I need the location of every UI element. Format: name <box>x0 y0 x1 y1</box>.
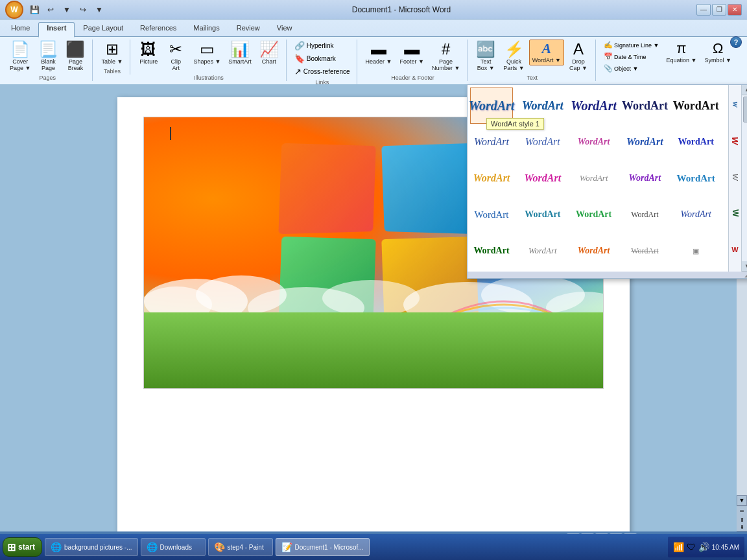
wordart-style-17[interactable]: WordArt <box>521 196 564 233</box>
wordart-style-18[interactable]: WordArt <box>573 196 615 233</box>
wordart-style-5[interactable]: WordArt <box>674 88 717 124</box>
wordart-style-6[interactable]: WordArt <box>470 124 513 160</box>
title-bar-left: W 💾 ↩ ▼ ↪ ▼ <box>5 1 106 19</box>
wordart-style-15[interactable]: WordArt <box>674 160 717 196</box>
save-button[interactable]: 💾 <box>27 3 42 16</box>
taskbar-downloads[interactable]: 🌐 Downloads <box>141 538 206 556</box>
wordart-dropdown: WordArt WordArt WordArt WordArt WordArt … <box>467 84 747 279</box>
ribbon: Home Insert Page Layout References Maili… <box>0 19 747 88</box>
wordart-style-13[interactable]: WordArt <box>573 160 615 196</box>
wordart-style-22[interactable]: WordArt <box>521 233 564 269</box>
wordart-style-24[interactable]: WordArt <box>623 233 666 269</box>
header-footer-items: ▬ Header ▼ ▬ Footer ▼ # PageNumber ▼ <box>362 40 464 73</box>
tab-references[interactable]: References <box>132 22 185 36</box>
wordart-style-9[interactable]: WordArt <box>623 124 666 160</box>
vert-style-4[interactable]: W <box>729 195 741 231</box>
page-number-icon: # <box>442 41 450 57</box>
wordart-style-20[interactable]: WordArt <box>674 196 717 233</box>
group-text: 🔤 TextBox ▼ ⚡ QuickParts ▼ A WordArt ▼ A… <box>469 40 596 81</box>
shapes-button[interactable]: ▭ Shapes ▼ <box>190 40 224 67</box>
wordart-style-1[interactable]: WordArt <box>470 88 513 124</box>
tab-mailings[interactable]: Mailings <box>185 22 228 36</box>
wa-scroll-down[interactable]: ▼ <box>742 261 747 272</box>
header-button[interactable]: ▬ Header ▼ <box>362 40 396 67</box>
wordart-style-23[interactable]: WordArt <box>573 233 615 269</box>
redo-button[interactable]: ↪ <box>76 3 90 16</box>
undo-button[interactable]: ↩ <box>43 3 58 16</box>
drop-cap-button[interactable]: A DropCap ▼ <box>565 40 591 73</box>
wordart-style-12[interactable]: WordArt <box>521 160 564 196</box>
chart-button[interactable]: 📈 Chart <box>256 40 282 67</box>
footer-button[interactable]: ▬ Footer ▼ <box>396 40 427 67</box>
vert-style-5[interactable]: W <box>729 231 741 268</box>
tab-page-layout[interactable]: Page Layout <box>75 22 132 36</box>
wordart-style-10[interactable]: WordArt <box>674 124 717 160</box>
symbols-items: ✍ Signature Line ▼ 📅 Date & Time 📎 Objec… <box>601 40 735 74</box>
dropdown-resize-handle[interactable]: ◢ <box>468 272 747 278</box>
tab-home[interactable]: Home <box>3 22 38 36</box>
wordart-style-11[interactable]: WordArt <box>470 160 513 196</box>
header-footer-label: Header & Footer <box>391 75 434 81</box>
split-view-button[interactable]: ═ <box>737 506 747 516</box>
start-button[interactable]: ⊞ start <box>3 537 42 557</box>
wordart-style-4[interactable]: WordArt <box>623 88 666 124</box>
taskbar-bg-pictures[interactable]: 🌐 background pictures -... <box>45 538 138 556</box>
wordart-style-14[interactable]: WordArt <box>623 160 666 196</box>
system-tray: 📶 🛡 🔊 10:45 AM <box>668 537 744 557</box>
vert-style-1[interactable]: W <box>729 86 741 122</box>
clip-art-button[interactable]: ✂ ClipArt <box>163 40 189 73</box>
date-time-button[interactable]: 📅 Date & Time <box>601 51 661 62</box>
wa-scroll-up[interactable]: ▲ <box>742 85 747 95</box>
wordart-style-19[interactable]: WordArt <box>623 196 666 233</box>
header-icon: ▬ <box>371 41 386 57</box>
cover-page-button[interactable]: 📄 CoverPage ▼ <box>6 40 34 73</box>
wa-scroll-thumb[interactable] <box>743 97 747 122</box>
undo-dropdown[interactable]: ▼ <box>60 3 74 16</box>
wordart-button[interactable]: A WordArt ▼ <box>529 40 564 65</box>
quick-parts-button[interactable]: ⚡ QuickParts ▼ <box>500 40 527 73</box>
close-button[interactable]: ✕ <box>728 4 742 16</box>
signature-line-button[interactable]: ✍ Signature Line ▼ <box>601 40 661 51</box>
wordart-style-25[interactable]: ▣ <box>674 233 717 269</box>
wordart-style-8[interactable]: WordArt <box>573 124 615 160</box>
wordart-scrollbar[interactable]: ▲ ▼ <box>741 85 747 272</box>
wordart-style-16[interactable]: WordArt <box>470 196 513 233</box>
wordart-style-3[interactable]: WordArt <box>573 88 615 124</box>
cross-ref-icon: ↗ <box>294 67 302 76</box>
bookmark-button[interactable]: 🔖 Bookmark <box>292 52 353 65</box>
minimize-button[interactable]: — <box>696 4 711 16</box>
restore-button[interactable]: ❐ <box>712 4 726 16</box>
cross-reference-button[interactable]: ↗ Cross-reference <box>292 65 353 78</box>
text-box-button[interactable]: 🔤 TextBox ▼ <box>473 40 499 73</box>
vert-style-2[interactable]: W <box>729 122 741 159</box>
equation-button[interactable]: π Equation ▼ <box>663 40 700 65</box>
page-break-button[interactable]: ⬛ PageBreak <box>62 40 88 73</box>
tab-insert[interactable]: Insert <box>38 22 75 38</box>
wordart-icon: A <box>542 41 552 56</box>
quick-access-toolbar: 💾 ↩ ▼ ↪ ▼ <box>27 3 106 16</box>
tab-review[interactable]: Review <box>228 22 268 36</box>
wordart-style-21[interactable]: WordArt <box>470 233 513 269</box>
picture-button[interactable]: 🖼 Picture <box>136 40 161 67</box>
tab-view[interactable]: View <box>268 22 301 36</box>
view-arrows[interactable]: ⬆ <box>737 516 747 524</box>
vert-style-3[interactable]: W <box>729 159 741 195</box>
taskbar-paint[interactable]: 🎨 step4 - Paint <box>208 538 273 556</box>
wordart-style-2[interactable]: WordArt <box>521 88 564 124</box>
hyperlink-button[interactable]: 🔗 Hyperlink <box>292 40 353 52</box>
smartart-button[interactable]: 📊 SmartArt <box>225 40 255 67</box>
taskbar-word[interactable]: 📝 Document1 - Microsof... <box>276 538 370 556</box>
page-number-button[interactable]: # PageNumber ▼ <box>429 40 463 73</box>
office-button[interactable]: W <box>5 1 23 19</box>
symbol-button[interactable]: Ω Symbol ▼ <box>701 40 734 65</box>
ribbon-help-button[interactable]: ? <box>730 36 742 48</box>
blank-page-button[interactable]: 📃 BlankPage <box>35 40 61 73</box>
object-button[interactable]: 📎 Object ▼ <box>601 63 661 74</box>
view-arrows-down[interactable]: ⬇ <box>737 524 747 531</box>
customize-button[interactable]: ▼ <box>92 3 106 16</box>
scroll-down-button[interactable]: ▼ <box>737 495 747 506</box>
table-button[interactable]: ⊞ Table ▼ <box>98 40 126 67</box>
links-items: 🔗 Hyperlink 🔖 Bookmark ↗ Cross-reference <box>292 40 353 78</box>
wa-scroll-track[interactable] <box>742 95 747 261</box>
wordart-style-7[interactable]: WordArt <box>521 124 564 160</box>
